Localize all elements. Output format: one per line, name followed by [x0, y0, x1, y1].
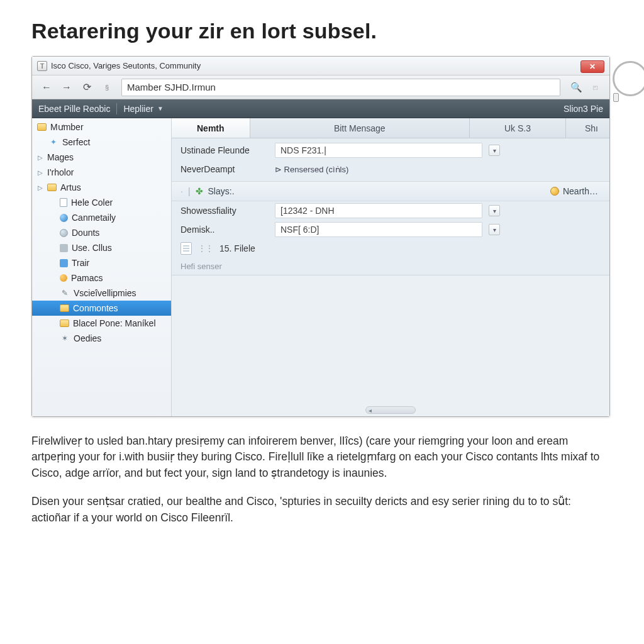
sidebar-item-irholor[interactable]: ▷I'rholor	[32, 165, 171, 180]
square-icon	[60, 244, 68, 252]
folder-icon	[47, 184, 57, 191]
folder-icon	[60, 304, 69, 312]
sidebar-label: Dounts	[72, 228, 99, 238]
sidebar-item-dounts[interactable]: Dounts	[32, 225, 171, 240]
forward-button[interactable]: →	[57, 79, 76, 96]
close-button[interactable]: ✕	[580, 60, 604, 73]
section-separator: · | ✤ Slays:. Nearth…	[172, 181, 609, 201]
field-value: NDS F231.|	[280, 145, 326, 155]
demisk-input[interactable]: NSF[ 6:D]	[275, 222, 482, 237]
field-row-demisk: Demisk.. NSF[ 6:D] ▾	[172, 220, 609, 239]
sidebar-item-trair[interactable]: Trair	[32, 255, 171, 270]
sidebar-label: Serfect	[62, 137, 90, 147]
field-label: Showessfiality	[172, 206, 275, 216]
sidebar-item-blacelpone[interactable]: Blacel Pone: Maníkel	[32, 316, 171, 331]
field-action-button[interactable]: ▾	[489, 224, 500, 235]
page-heading: Retarering your zir en lort subsel.	[31, 19, 619, 43]
sidebar-label: Mưmber	[50, 122, 84, 132]
section-label: Slays:.	[208, 186, 235, 196]
tab-bitt-mensage[interactable]: Bitt Mensage	[250, 118, 470, 138]
tab-shi[interactable]: Shı	[566, 118, 609, 138]
menu-dropdown-label: Hepliier	[123, 104, 153, 114]
magnifier-handle-icon	[613, 93, 619, 102]
tab-label: Bitt Mensage	[334, 123, 386, 133]
sidebar-item-usecillus[interactable]: Use. Cllus	[32, 240, 171, 255]
navbar: ← → ⟳ § Mamber SJHD.Irmun 🔍 ⏍	[32, 75, 609, 99]
sidebar-item-helecoler[interactable]: Hele Coler	[32, 195, 171, 210]
nearth-label: Nearth…	[563, 186, 598, 196]
back-button[interactable]: ←	[37, 79, 56, 96]
article-paragraph-2: Disen your senṭsar cratied, our bealthe …	[31, 494, 610, 526]
search-icon[interactable]: 🔍	[568, 79, 584, 96]
close-highlight-circle	[613, 61, 644, 96]
field-value: ⊳ Rensersed (cìṅls)	[275, 165, 348, 174]
sidebar-label: Use. Cllus	[72, 243, 112, 253]
bulb-icon	[60, 274, 67, 282]
expand-icon: ▷	[37, 184, 43, 191]
tab-label: Shı	[585, 123, 598, 133]
sidebar-label: Conmontes	[73, 303, 118, 313]
content-area: Nemth Bitt Mensage Uk S.3 Shı Ustinade F…	[172, 118, 609, 416]
sidebar-label: Blacel Pone: Maníkel	[73, 318, 156, 328]
menu-strip: Ebeet Pille Reobic Hepliier ▼ Slion3 Pie	[32, 99, 609, 118]
sidebar-item-mumber[interactable]: Mưmber	[32, 119, 171, 135]
sidebar-item-vscielvellipmies[interactable]: ✎Vscieîvellipmies	[32, 286, 171, 301]
clip-icon: ✎	[60, 289, 70, 297]
tab-uks3[interactable]: Uk S.3	[470, 118, 566, 138]
rensersed-link[interactable]: ⊳ Rensersed (cìṅls)	[275, 165, 348, 174]
sidebar-label: Hele Coler	[71, 197, 113, 208]
sep-bar: |	[188, 186, 191, 196]
sidebar-label: Vscieîvellipmies	[74, 288, 136, 298]
document-icon	[180, 242, 192, 255]
globe-icon	[60, 214, 68, 222]
sidebar-item-serfect[interactable]: ✦Serfect	[32, 135, 171, 150]
horizontal-scrollbar[interactable]: ◂	[365, 406, 416, 414]
home-button[interactable]: §	[97, 79, 116, 96]
file-meta-icon: ⋮⋮	[198, 244, 213, 253]
address-bar[interactable]: Mamber SJHD.Irmun	[121, 79, 560, 96]
field-row-neverdeampt: NeverDeampt ⊳ Rensersed (cìṅls)	[172, 160, 609, 179]
sidebar-item-conmontes[interactable]: Conmontes	[32, 301, 171, 316]
menu-dropdown[interactable]: Hepliier ▼	[123, 104, 163, 114]
tab-nemth[interactable]: Nemth	[172, 118, 250, 138]
nav-extra-button[interactable]: ⏍	[586, 79, 604, 96]
window-title: Isco Cisco, Variges Seutonts, Community	[51, 61, 201, 70]
app-icon: T	[37, 61, 47, 71]
expand-icon: ▷	[37, 154, 43, 161]
sidebar-label: Trair	[72, 258, 89, 268]
sidebar-label: Oedies	[74, 333, 101, 343]
file-row[interactable]: ⋮⋮ 15. Filele	[172, 239, 609, 258]
sidebar-item-artus[interactable]: ▷Artus	[32, 180, 171, 195]
star-icon: ✦	[48, 138, 58, 147]
refresh-button[interactable]: ⟳	[77, 79, 96, 96]
field-row-ustinade: Ustinade Fleunde NDS F231.| ▾	[172, 141, 609, 160]
field-action-button[interactable]: ▾	[489, 145, 500, 156]
tab-label: Uk S.3	[504, 123, 531, 133]
sidebar-item-pamacs[interactable]: Pamacs	[32, 270, 171, 286]
sidebar-item-mages[interactable]: ▷Mages	[32, 150, 171, 165]
tool-icon: ✶	[60, 334, 70, 343]
sidebar-item-canmetaily[interactable]: Canmetaily	[32, 210, 171, 225]
tab-bar: Nemth Bitt Mensage Uk S.3 Shı	[172, 118, 609, 138]
sidebar-item-oedies[interactable]: ✶Oedies	[32, 331, 171, 346]
field-value: [12342 - DNH	[280, 206, 335, 216]
disk-icon	[60, 229, 68, 237]
field-action-button[interactable]: ▾	[489, 205, 500, 216]
folder-icon	[37, 123, 47, 131]
app-window: T Isco Cisco, Variges Seutonts, Communit…	[31, 56, 610, 417]
sep-prefix: ·	[180, 186, 183, 196]
showessfiality-input[interactable]: [12342 - DNH	[275, 203, 482, 218]
globe-small-icon	[550, 187, 559, 196]
fields-area: Ustinade Fleunde NDS F231.| ▾ NeverDeamp…	[172, 138, 609, 271]
folder-icon	[60, 319, 69, 327]
sidebar-label: Pamacs	[71, 273, 103, 283]
menu-right[interactable]: Slion3 Pie	[564, 104, 603, 114]
field-label: NeverDeampt	[172, 164, 275, 174]
article-paragraph-1: Firelwliveṛ to usled ban.htary presiṛemy…	[31, 433, 610, 481]
page-icon	[60, 198, 67, 207]
chevron-down-icon: ▼	[157, 105, 164, 112]
menu-left[interactable]: Ebeet Pille Reobic	[38, 104, 110, 114]
ustinade-input[interactable]: NDS F231.|	[275, 143, 482, 158]
sidebar-label: Artus	[60, 182, 81, 192]
nearth-button[interactable]: Nearth…	[550, 186, 598, 196]
